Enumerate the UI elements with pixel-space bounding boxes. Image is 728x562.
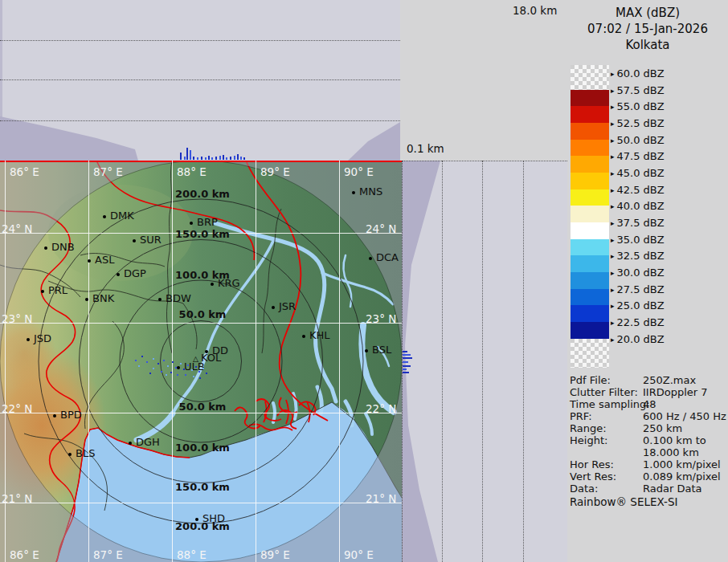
echo-bar <box>219 156 221 160</box>
product-header: MAX (dBZ) 07:02 / 15-Jan-2026 Kolkata <box>567 5 728 53</box>
color-scale-swatch <box>571 289 609 305</box>
tick-arrow-icon: ▸ <box>611 87 615 95</box>
tick-arrow-icon: ▸ <box>611 186 615 194</box>
tick-arrow-icon: ▸ <box>611 319 615 327</box>
longitude-label: 89° E <box>260 165 290 178</box>
height-axis-max-label: 18.0 km <box>513 4 557 17</box>
echo-dot <box>198 371 200 373</box>
echo-dot <box>206 373 207 374</box>
echo-dot <box>135 360 137 361</box>
echo-bar <box>186 148 188 160</box>
city-marker <box>158 298 162 301</box>
tick-arrow-icon: ▸ <box>611 336 615 344</box>
color-scale-tick-label: ▸40.0 dBZ <box>611 200 665 212</box>
longitude-label: 88° E <box>177 165 207 178</box>
metadata-label: PRF: <box>570 410 592 422</box>
city-label: BDW <box>166 292 191 304</box>
top-height-projection-panel <box>0 0 400 161</box>
color-scale-swatch <box>571 255 609 272</box>
color-scale-swatch <box>571 173 609 189</box>
city-label: JSR <box>279 300 296 312</box>
map-panel: 86° E86° E87° E87° E88° E88° E89° E89° E… <box>0 161 403 562</box>
color-scale-tick-label: ▸30.0 dBZ <box>611 267 665 279</box>
city-label: DNB <box>51 241 75 253</box>
city-marker <box>365 349 368 352</box>
echo-dot <box>195 366 197 368</box>
range-ring-label: 200.0 km <box>175 520 230 532</box>
latitude-gridline <box>0 503 402 503</box>
city-marker <box>177 366 180 369</box>
latitude-label: 22° N <box>366 402 396 415</box>
echo-bar <box>215 157 217 160</box>
color-scale-swatch <box>571 322 609 339</box>
tick-arrow-icon: ▸ <box>611 252 615 260</box>
metadata-value: 0.100 km to <box>643 434 706 446</box>
metadata-value: 250Z.max <box>643 374 696 386</box>
city-marker <box>68 453 72 456</box>
metadata-label: Time sampling: <box>570 398 650 410</box>
city-marker <box>27 338 30 341</box>
metadata-value: 250 km <box>643 422 682 434</box>
echo-dot <box>202 368 204 369</box>
longitude-gridline <box>256 161 256 562</box>
echo-bar <box>230 157 231 160</box>
city-marker <box>272 306 275 309</box>
city-marker <box>190 222 193 225</box>
latitude-label: 21° N <box>2 492 32 505</box>
echo-bar <box>193 157 194 160</box>
range-ring-label: 150.0 km <box>175 481 230 493</box>
tick-arrow-icon: ▸ <box>611 269 615 277</box>
range-ring-label: 50.0 km <box>179 308 227 320</box>
echo-dot <box>183 369 185 370</box>
tick-arrow-icon: ▸ <box>611 169 615 177</box>
echo-bar <box>223 155 224 160</box>
city-label: JSD <box>34 332 51 344</box>
echo-bar <box>184 157 186 160</box>
color-scale-tick-label: ▸57.5 dBZ <box>611 84 665 96</box>
echo-dot <box>177 374 178 376</box>
radar-site-icon: △ <box>193 355 198 363</box>
right-height-projection-panel <box>402 161 567 562</box>
metadata-value: 1.000 km/pixel <box>643 458 721 470</box>
color-scale-tick-label: ▸37.5 dBZ <box>611 217 665 229</box>
longitude-label: 86° E <box>10 165 39 178</box>
city-label: BNK <box>92 292 114 304</box>
longitude-label: 88° E <box>177 548 207 561</box>
color-scale-swatch <box>571 156 609 173</box>
color-scale-swatch <box>571 339 609 368</box>
city-label: BLS <box>76 447 95 459</box>
city-marker <box>302 335 305 338</box>
longitude-label: 86° E <box>10 548 39 561</box>
city-label: DGH <box>136 436 160 448</box>
echo-dash <box>403 369 407 370</box>
color-scale-tick-label: ▸50.0 dBZ <box>611 134 665 146</box>
echo-bar <box>211 157 213 160</box>
city-marker <box>103 215 106 218</box>
station-name: Kolkata <box>567 37 728 53</box>
software-brand-label: Rainbow® SELEX-SI <box>570 495 677 508</box>
color-scale-tick-label: ▸55.0 dBZ <box>611 100 665 112</box>
echo-bar <box>243 157 245 160</box>
echo-dot <box>153 358 154 360</box>
color-scale-swatch <box>571 222 609 239</box>
color-scale-tick-label: ▸45.0 dBZ <box>611 167 665 179</box>
longitude-label: 87° E <box>93 165 123 178</box>
product-title: MAX (dBZ) <box>567 5 728 21</box>
color-scale-swatch <box>571 206 609 222</box>
city-marker <box>44 246 47 250</box>
echo-bar <box>237 154 239 160</box>
latitude-label: 23° N <box>2 312 32 325</box>
echo-dot <box>191 369 193 371</box>
tick-arrow-icon: ▸ <box>611 219 615 227</box>
latitude-label: 22° N <box>2 402 32 415</box>
color-scale-swatch <box>571 305 609 322</box>
metadata-label: Pdf File: <box>570 374 611 386</box>
tick-arrow-icon: ▸ <box>611 136 615 145</box>
echo-bar <box>208 156 210 160</box>
echo-dot <box>180 363 182 364</box>
echo-dot <box>163 360 165 361</box>
city-marker <box>133 239 136 242</box>
echo-bar <box>180 153 182 160</box>
height-gridline <box>0 79 400 80</box>
city-marker <box>53 414 56 417</box>
